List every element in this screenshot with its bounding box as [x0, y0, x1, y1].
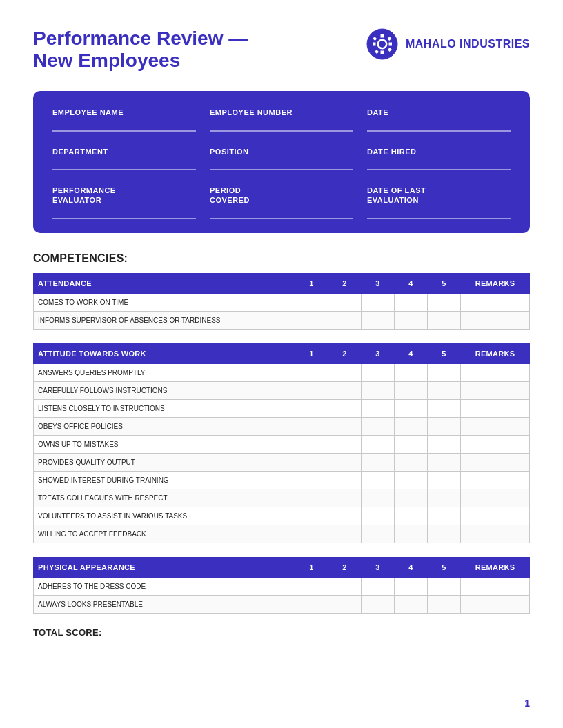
rating-cell[interactable] — [428, 489, 461, 507]
rating-cell[interactable] — [328, 507, 362, 525]
rating-cell[interactable] — [428, 311, 461, 329]
rating-cell[interactable] — [395, 595, 428, 613]
remarks-cell[interactable] — [461, 417, 530, 435]
rating-cell[interactable] — [295, 453, 328, 471]
rating-cell[interactable] — [428, 417, 461, 435]
rating-cell[interactable] — [362, 453, 395, 471]
rating-cell[interactable] — [362, 293, 395, 311]
rating-cell[interactable] — [328, 311, 362, 329]
rating-cell[interactable] — [428, 293, 461, 311]
table-row: SHOWED INTEREST DURING TRAINING — [34, 471, 530, 489]
comp-table-0: ATTENDANCE12345REMARKSCOMES TO WORK ON T… — [33, 273, 530, 330]
rating-cell[interactable] — [295, 399, 328, 417]
rating-cell[interactable] — [395, 293, 428, 311]
rating-cell[interactable] — [428, 525, 461, 543]
remarks-cell[interactable] — [461, 525, 530, 543]
col-header-1: 2 — [328, 557, 362, 577]
rating-cell[interactable] — [362, 489, 395, 507]
rating-cell[interactable] — [362, 381, 395, 399]
rating-cell[interactable] — [362, 363, 395, 381]
remarks-cell[interactable] — [461, 489, 530, 507]
rating-cell[interactable] — [428, 471, 461, 489]
rating-cell[interactable] — [328, 595, 362, 613]
rating-cell[interactable] — [362, 435, 395, 453]
rating-cell[interactable] — [395, 381, 428, 399]
rating-cell[interactable] — [295, 525, 328, 543]
info-label-3: DEPARTMENT — [52, 147, 196, 156]
info-line-8 — [367, 218, 511, 219]
table-row: LISTENS CLOSELY TO INSTRUCTIONS — [34, 399, 530, 417]
rating-cell[interactable] — [295, 507, 328, 525]
svg-point-1 — [379, 41, 385, 47]
info-line-4 — [210, 169, 353, 170]
rating-cell[interactable] — [362, 417, 395, 435]
remarks-cell[interactable] — [461, 311, 530, 329]
rating-cell[interactable] — [295, 435, 328, 453]
rating-cell[interactable] — [328, 417, 362, 435]
info-field-3: DEPARTMENT — [52, 147, 196, 170]
rating-cell[interactable] — [295, 311, 328, 329]
rating-cell[interactable] — [328, 577, 362, 595]
rating-cell[interactable] — [295, 293, 328, 311]
rating-cell[interactable] — [395, 453, 428, 471]
rating-cell[interactable] — [395, 363, 428, 381]
rating-cell[interactable] — [362, 507, 395, 525]
competencies-title: COMPETENCIES: — [33, 252, 530, 265]
rating-cell[interactable] — [428, 507, 461, 525]
rating-cell[interactable] — [395, 577, 428, 595]
rating-cell[interactable] — [428, 363, 461, 381]
rating-cell[interactable] — [428, 453, 461, 471]
rating-cell[interactable] — [428, 399, 461, 417]
rating-cell[interactable] — [295, 381, 328, 399]
row-label: SHOWED INTEREST DURING TRAINING — [34, 471, 295, 489]
rating-cell[interactable] — [362, 577, 395, 595]
rating-cell[interactable] — [395, 525, 428, 543]
rating-cell[interactable] — [395, 417, 428, 435]
rating-cell[interactable] — [328, 525, 362, 543]
rating-cell[interactable] — [395, 471, 428, 489]
info-line-0 — [52, 130, 196, 132]
rating-cell[interactable] — [428, 577, 461, 595]
rating-cell[interactable] — [328, 435, 362, 453]
rating-cell[interactable] — [295, 363, 328, 381]
rating-cell[interactable] — [362, 399, 395, 417]
rating-cell[interactable] — [395, 435, 428, 453]
rating-cell[interactable] — [362, 525, 395, 543]
rating-cell[interactable] — [295, 489, 328, 507]
rating-cell[interactable] — [328, 471, 362, 489]
remarks-cell[interactable] — [461, 471, 530, 489]
rating-cell[interactable] — [328, 293, 362, 311]
rating-cell[interactable] — [328, 453, 362, 471]
rating-cell[interactable] — [362, 595, 395, 613]
remarks-cell[interactable] — [461, 381, 530, 399]
remarks-cell[interactable] — [461, 435, 530, 453]
rating-cell[interactable] — [295, 595, 328, 613]
remarks-cell[interactable] — [461, 595, 530, 613]
remarks-cell[interactable] — [461, 399, 530, 417]
rating-cell[interactable] — [295, 577, 328, 595]
rating-cell[interactable] — [395, 489, 428, 507]
rating-cell[interactable] — [328, 399, 362, 417]
rating-cell[interactable] — [395, 507, 428, 525]
rating-cell[interactable] — [295, 417, 328, 435]
rating-cell[interactable] — [328, 381, 362, 399]
remarks-cell[interactable] — [461, 577, 530, 595]
remarks-cell[interactable] — [461, 363, 530, 381]
table-row: ALWAYS LOOKS PRESENTABLE — [34, 595, 530, 613]
remarks-cell[interactable] — [461, 293, 530, 311]
rating-cell[interactable] — [362, 471, 395, 489]
rating-cell[interactable] — [428, 435, 461, 453]
rating-cell[interactable] — [362, 311, 395, 329]
rating-cell[interactable] — [395, 399, 428, 417]
table-row: WILLING TO ACCEPT FEEDBACK — [34, 525, 530, 543]
rating-cell[interactable] — [328, 489, 362, 507]
rating-cell[interactable] — [428, 381, 461, 399]
table-row: PROVIDES QUALITY OUTPUT — [34, 453, 530, 471]
rating-cell[interactable] — [428, 595, 461, 613]
info-label-7: PERIOD COVERED — [210, 185, 353, 205]
rating-cell[interactable] — [395, 311, 428, 329]
rating-cell[interactable] — [295, 471, 328, 489]
remarks-cell[interactable] — [461, 507, 530, 525]
remarks-cell[interactable] — [461, 453, 530, 471]
rating-cell[interactable] — [328, 363, 362, 381]
